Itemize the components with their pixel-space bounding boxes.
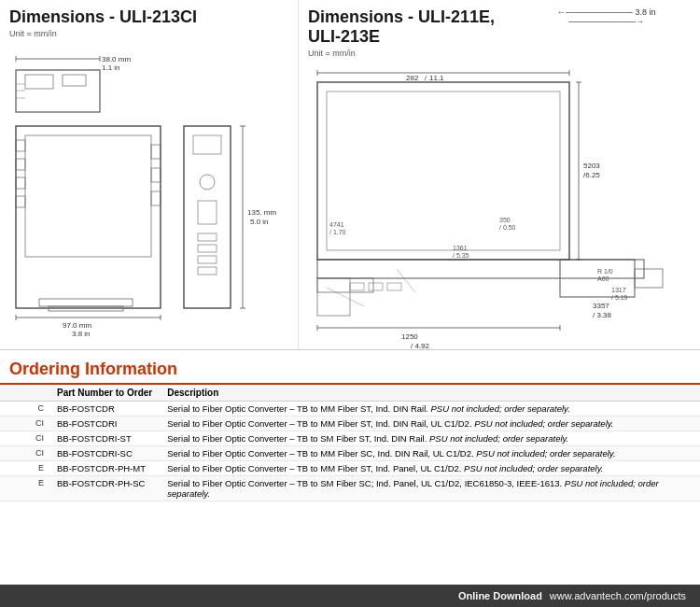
svg-rect-27 — [184, 126, 231, 308]
svg-text:38.0 mm: 38.0 mm — [102, 55, 131, 64]
description-cell: Serial to Fiber Optic Converter – TB to … — [160, 476, 700, 501]
description-cell: Serial to Fiber Optic Converter – TB to … — [160, 416, 700, 431]
description-cell: Serial to Fiber Optic Converter – TB to … — [160, 431, 700, 446]
description-cell: Serial to Fiber Optic Converter – TB to … — [160, 402, 700, 416]
svg-text:/ 5.19: / 5.19 — [611, 294, 628, 301]
svg-text:97.0 mm: 97.0 mm — [63, 321, 91, 330]
row-label: C — [0, 402, 49, 416]
svg-text:4741: 4741 — [329, 221, 344, 228]
table-header-row: Part Number to Order Description — [0, 385, 700, 402]
svg-text:282: 282 — [406, 74, 419, 82]
svg-text:/ 0.50: / 0.50 — [499, 224, 516, 231]
svg-rect-33 — [198, 256, 217, 263]
part-number-cell: BB-FOSTCDRI-ST — [49, 431, 160, 446]
svg-text:1250: 1250 — [401, 332, 418, 341]
svg-rect-59 — [369, 283, 383, 290]
part-number-cell: BB-FOSTCDR-PH-MT — [49, 461, 160, 476]
table-row: CIBB-FOSTCDRISerial to Fiber Optic Conve… — [0, 416, 700, 431]
part-number-cell: BB-FOSTCDRI-SC — [49, 446, 160, 461]
diagrams-section: Dimensions - ULI-213CI Unit = mm/in 38.0… — [0, 0, 700, 350]
diagram-right: Dimensions - ULI-211E, ULI-213E Unit = m… — [299, 0, 700, 349]
svg-rect-6 — [25, 75, 53, 89]
svg-text:1.1 in: 1.1 in — [102, 64, 120, 72]
part-number-cell: BB-FOSTCDR-PH-SC — [49, 476, 160, 501]
right-svg: 282 / 11.1 5203 /6.25 — [313, 68, 686, 349]
svg-text:5203: 5203 — [583, 162, 600, 170]
svg-rect-15 — [16, 177, 25, 189]
table-row: EBB-FOSTCDR-PH-MTSerial to Fiber Optic C… — [0, 461, 700, 476]
svg-rect-12 — [25, 135, 151, 257]
svg-rect-18 — [151, 168, 161, 182]
svg-rect-7 — [63, 75, 86, 86]
part-number-cell: BB-FOSTCDRI — [49, 416, 160, 431]
svg-rect-14 — [16, 159, 25, 170]
svg-rect-16 — [16, 196, 25, 207]
svg-rect-32 — [198, 245, 217, 252]
svg-text:/: / — [425, 75, 427, 81]
svg-rect-13 — [16, 140, 25, 151]
description-cell: Serial to Fiber Optic Converter – TB to … — [160, 461, 700, 476]
row-label: E — [0, 461, 49, 476]
footer-url: www.advantech.com/products — [550, 590, 686, 601]
description-cell: Serial to Fiber Optic Converter – TB to … — [160, 446, 700, 461]
left-svg: 38.0 mm 1.1 in — [11, 51, 287, 336]
svg-rect-54 — [317, 278, 373, 292]
svg-text:1361: 1361 — [453, 245, 468, 251]
svg-rect-28 — [193, 135, 221, 154]
col-header-part-number: Part Number to Order — [49, 385, 160, 402]
col-header-empty — [0, 385, 49, 402]
svg-rect-34 — [198, 267, 217, 275]
svg-rect-19 — [151, 191, 161, 205]
svg-text:350: 350 — [499, 217, 511, 223]
footer-bar: Online Download www.advantech.com/produc… — [0, 585, 700, 607]
svg-text:1317: 1317 — [611, 287, 626, 293]
svg-text:/ 1.70: / 1.70 — [329, 229, 346, 235]
col-header-description: Description — [160, 385, 700, 402]
part-number-cell: BB-FOSTCDR — [49, 402, 160, 416]
left-diagram-svg: 38.0 mm 1.1 in — [9, 44, 288, 343]
svg-text:3.8 in: 3.8 in — [72, 330, 91, 336]
footer-label: Online Download — [458, 590, 542, 601]
svg-rect-17 — [151, 145, 161, 159]
svg-rect-5 — [16, 70, 100, 112]
table-row: CIBB-FOSTCDRI-STSerial to Fiber Optic Co… — [0, 431, 700, 446]
svg-text:/6.25: /6.25 — [583, 171, 600, 179]
svg-line-69 — [397, 269, 415, 292]
svg-text:3357: 3357 — [593, 302, 609, 310]
row-label: CI — [0, 416, 49, 431]
svg-text:11.1: 11.1 — [429, 74, 444, 82]
table-row: CIBB-FOSTCDRI-SCSerial to Fiber Optic Co… — [0, 446, 700, 461]
svg-rect-40 — [317, 82, 569, 260]
svg-rect-30 — [198, 201, 217, 224]
row-label: E — [0, 476, 49, 501]
svg-rect-11 — [16, 126, 161, 308]
svg-text:5.0 in: 5.0 in — [250, 218, 269, 226]
left-diagram-title: Dimensions - ULI-213CI — [9, 7, 288, 27]
svg-text:/ 3.38: / 3.38 — [593, 311, 612, 319]
table-row: EBB-FOSTCDR-PH-SCSerial to Fiber Optic C… — [0, 476, 700, 501]
svg-rect-58 — [350, 283, 364, 290]
ordering-section: Ordering Information Part Number to Orde… — [0, 350, 700, 585]
svg-text:R 1/0: R 1/0 — [597, 268, 613, 275]
svg-rect-53 — [317, 260, 644, 278]
row-label: CI — [0, 446, 49, 461]
svg-text:A60: A60 — [597, 275, 609, 282]
svg-text:135. mm: 135. mm — [247, 208, 276, 217]
right-diagram-title: Dimensions - ULI-211E, ULI-213E — [308, 7, 531, 47]
left-diagram-unit: Unit = mm/in — [9, 29, 288, 38]
row-label: CI — [0, 431, 49, 446]
right-diagram-svg: 282 / 11.1 5203 /6.25 — [308, 64, 691, 349]
svg-rect-31 — [198, 233, 217, 241]
table-row: CBB-FOSTCDRSerial to Fiber Optic Convert… — [0, 402, 700, 416]
diagram-left: Dimensions - ULI-213CI Unit = mm/in 38.0… — [0, 0, 299, 349]
page-wrapper: Dimensions - ULI-213CI Unit = mm/in 38.0… — [0, 0, 700, 607]
svg-rect-20 — [39, 299, 133, 306]
svg-text:/ 5.35: / 5.35 — [453, 252, 469, 259]
svg-rect-41 — [327, 92, 560, 250]
ordering-table: Part Number to Order Description CBB-FOS… — [0, 385, 700, 501]
svg-text:/ 4.92: / 4.92 — [411, 342, 430, 349]
top-dimension-label: ←———————— 3.8 in ————————→ — [531, 7, 681, 26]
ordering-title: Ordering Information — [0, 356, 700, 385]
right-diagram-unit: Unit = mm/in — [308, 49, 531, 58]
svg-point-29 — [200, 175, 215, 190]
